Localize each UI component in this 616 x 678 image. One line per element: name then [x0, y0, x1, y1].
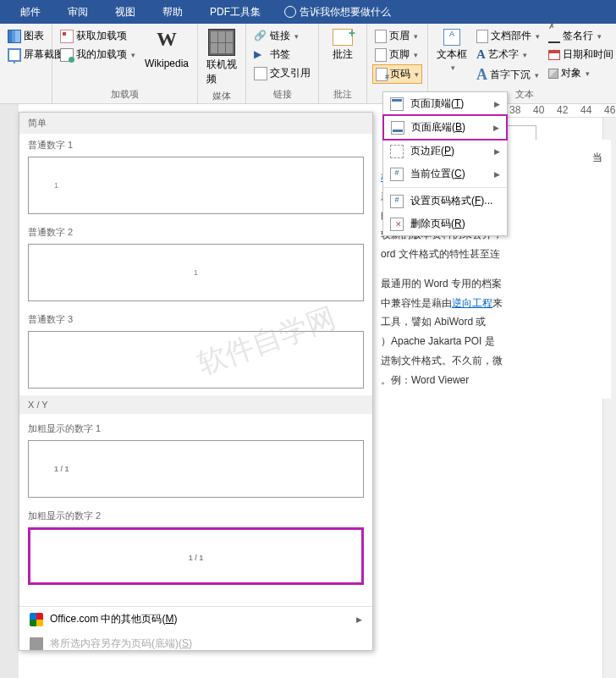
- chevron-down-icon: ▾: [414, 32, 418, 41]
- gallery-item-label: 加粗显示的数字 1: [28, 417, 364, 440]
- footer-icon: [375, 48, 387, 62]
- get-addins-button[interactable]: 获取加载项: [58, 27, 138, 45]
- ruler-tick: 44: [580, 104, 591, 117]
- left-margin: [0, 104, 19, 678]
- chevron-down-icon: ▾: [535, 71, 539, 80]
- docparts-button[interactable]: 文档部件▾: [474, 27, 542, 45]
- gallery-item-plain1[interactable]: 1: [28, 157, 364, 214]
- tell-me[interactable]: 告诉我你想要做什么: [274, 5, 391, 19]
- chevron-right-icon: ▶: [356, 615, 362, 624]
- gallery-body[interactable]: 普通数字 1 1 普通数字 2 1 普通数字 3 X / Y 加粗显示的数字 1…: [19, 134, 372, 606]
- menu-label: 页面底端(B): [411, 120, 465, 135]
- footer-label: Office.com 中的其他页码(M): [50, 612, 177, 626]
- signline-button[interactable]: 签名行▾: [546, 27, 616, 45]
- ruler-tick: 38: [509, 104, 520, 117]
- header-button[interactable]: 页眉▾: [372, 27, 421, 45]
- link-button[interactable]: 🔗链接▾: [251, 27, 301, 45]
- group-spacer: [5, 89, 47, 102]
- date-icon: [548, 50, 560, 60]
- menu-page-top[interactable]: 页面顶端(T)▶: [383, 92, 507, 115]
- gallery-item-plain2[interactable]: 1: [28, 244, 364, 301]
- textbox-icon: A: [443, 29, 460, 46]
- textbox-button[interactable]: A文本框▾: [433, 27, 470, 74]
- pagenum-dropdown: 页面顶端(T)▶ 页面底端(B)▶ 页边距(P)▶ #当前位置(C)▶ #设置页…: [382, 91, 508, 236]
- chevron-down-icon: ▾: [415, 70, 419, 79]
- chevron-down-icon: ▾: [451, 63, 455, 72]
- pagenum-gallery: 简单 普通数字 1 1 普通数字 2 1 普通数字 3 X / Y 加粗显示的数…: [19, 112, 373, 651]
- page-bottom-icon: [391, 121, 404, 135]
- chevron-right-icon: ▶: [494, 170, 500, 179]
- gallery-office-more[interactable]: Office.com 中的其他页码(M)▶: [19, 607, 372, 631]
- doc-link[interactable]: 逆向工程: [452, 297, 492, 309]
- docparts-icon: [476, 30, 488, 43]
- menu-page-bottom[interactable]: 页面底端(B)▶: [382, 114, 508, 141]
- menu-label: 当前位置(C): [410, 167, 465, 181]
- doc-line: 进制文件格式。不久前，微: [381, 351, 602, 371]
- wikipedia-label: Wikipedia: [145, 58, 189, 69]
- wordart-button[interactable]: A艺术字▾: [474, 46, 542, 63]
- pagenum-label: 页码: [390, 67, 410, 81]
- my-addins-button[interactable]: 我的加载项▾: [58, 46, 138, 63]
- menu-page-margin[interactable]: 页边距(P)▶: [383, 140, 507, 163]
- gallery-item-bold2[interactable]: 1 / 1: [28, 527, 364, 585]
- my-addon-icon: [60, 48, 74, 62]
- tab-view[interactable]: 视图: [102, 0, 149, 24]
- gallery-item-plain3[interactable]: [28, 331, 364, 389]
- group-media-label: 媒体: [203, 88, 240, 104]
- wikipedia-icon: W: [153, 29, 180, 56]
- bookmark-button[interactable]: ▶书签: [251, 46, 293, 63]
- tell-me-label: 告诉我你想要做什么: [300, 5, 391, 19]
- dropcap-icon: A: [476, 66, 487, 84]
- menu-label: 页边距(P): [410, 144, 454, 158]
- menu-remove-pagenum[interactable]: 删除页码(R): [383, 212, 507, 235]
- online-video-button[interactable]: 联机视频: [203, 27, 240, 88]
- gallery-item-bold1[interactable]: 1 / 1: [28, 440, 364, 498]
- ruler-tick: 46: [604, 104, 614, 117]
- object-button[interactable]: 对象▾: [546, 64, 616, 82]
- tab-review[interactable]: 审阅: [54, 0, 102, 24]
- gallery-item-label: 普通数字 1: [28, 134, 364, 157]
- menu-format-pagenum[interactable]: #设置页码格式(F)...: [383, 190, 507, 212]
- online-video-label: 联机视频: [206, 58, 237, 86]
- tab-mail[interactable]: 邮件: [7, 0, 54, 24]
- wikipedia-button[interactable]: WWikipedia: [141, 27, 192, 71]
- chevron-down-icon: ▾: [536, 32, 540, 41]
- chevron-down-icon: ▾: [586, 69, 590, 78]
- footer-label: 页脚: [389, 47, 410, 62]
- dropcap-button[interactable]: A首字下沉▾: [474, 64, 542, 85]
- doc-line: 中兼容性是藉由逆向工程来: [381, 294, 602, 313]
- chevron-right-icon: ▶: [494, 100, 500, 108]
- ruler-tick: 40: [533, 104, 543, 117]
- chart-button[interactable]: 图表: [5, 27, 47, 45]
- ruler: 38 40 42 44 46: [506, 104, 616, 118]
- chart-label: 图表: [24, 29, 44, 43]
- gallery-save-selection: 将所选内容另存为页码(底端)(S): [19, 631, 372, 651]
- lightbulb-icon: [284, 6, 296, 18]
- ruler-tick: 42: [557, 104, 567, 117]
- menu-current-pos[interactable]: #当前位置(C)▶: [383, 163, 507, 185]
- crossref-icon: [254, 67, 267, 80]
- ribbon-tabs: 邮件 审阅 视图 帮助 PDF工具集 告诉我你想要做什么: [0, 0, 616, 24]
- preview-number: 1 / 1: [189, 554, 204, 562]
- object-icon: [548, 69, 558, 79]
- my-addins-label: 我的加载项: [76, 47, 127, 62]
- video-icon: [208, 29, 235, 56]
- crossref-button[interactable]: 交叉引用: [251, 64, 313, 82]
- preview-number: 1: [194, 268, 198, 277]
- pagenum-button[interactable]: #页码▾: [372, 64, 422, 84]
- format-icon: #: [390, 195, 404, 208]
- wordart-label: 艺术字: [488, 47, 519, 62]
- save-icon: [30, 637, 43, 651]
- pagenum-icon: #: [376, 68, 388, 81]
- preview-number: 1: [54, 181, 58, 190]
- datetime-button[interactable]: 日期和时间: [546, 46, 616, 63]
- tab-pdf[interactable]: PDF工具集: [196, 0, 274, 24]
- gallery-item-label: 加粗显示的数字 2: [28, 504, 364, 527]
- comment-button[interactable]: 批注: [324, 27, 361, 63]
- group-links-label: 链接: [251, 86, 313, 102]
- chevron-down-icon: ▾: [523, 51, 527, 59]
- chevron-down-icon: ▾: [414, 51, 418, 59]
- group-comment-label: 批注: [324, 86, 361, 102]
- footer-button[interactable]: 页脚▾: [372, 46, 421, 63]
- tab-help[interactable]: 帮助: [149, 0, 196, 24]
